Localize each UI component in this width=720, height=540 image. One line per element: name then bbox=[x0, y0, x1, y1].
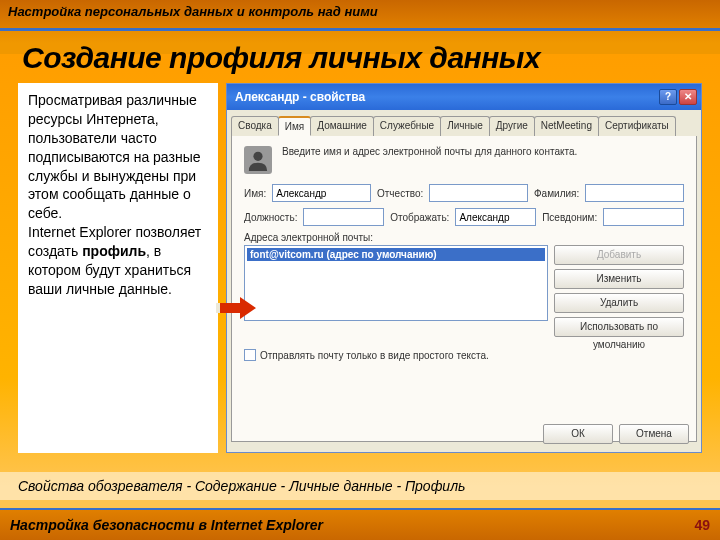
input-last[interactable] bbox=[585, 184, 684, 202]
edit-button[interactable]: Изменить bbox=[554, 269, 684, 289]
input-first[interactable] bbox=[272, 184, 371, 202]
default-button[interactable]: Использовать по умолчанию bbox=[554, 317, 684, 337]
email-list[interactable]: font@vitcom.ru (адрес по умолчанию) bbox=[244, 245, 548, 321]
tab-certs[interactable]: Сертификаты bbox=[598, 116, 676, 136]
paragraph-1: Просматривая различные ресурсы Интернета… bbox=[28, 92, 201, 221]
delete-button[interactable]: Удалить bbox=[554, 293, 684, 313]
input-job[interactable] bbox=[303, 208, 384, 226]
properties-dialog: Александр - свойства ? ✕ Сводка Имя Дома… bbox=[226, 83, 702, 453]
slide-topbar: Настройка персональных данных и контроль… bbox=[0, 0, 720, 28]
tab-panel: Введите имя и адрес электронной почты дл… bbox=[231, 136, 697, 442]
input-nick[interactable] bbox=[603, 208, 684, 226]
slide-title: Создание профиля личных данных bbox=[0, 31, 720, 83]
tab-home[interactable]: Домашние bbox=[310, 116, 374, 136]
tab-business[interactable]: Служебные bbox=[373, 116, 441, 136]
svg-rect-2 bbox=[228, 303, 232, 313]
dialog-title-text: Александр - свойства bbox=[235, 90, 657, 104]
tab-summary[interactable]: Сводка bbox=[231, 116, 279, 136]
label-last: Фамилия: bbox=[534, 188, 579, 199]
input-display[interactable] bbox=[455, 208, 536, 226]
plaintext-checkbox[interactable] bbox=[244, 349, 256, 361]
label-first: Имя: bbox=[244, 188, 266, 199]
tab-strip: Сводка Имя Домашние Служебные Личные Дру… bbox=[227, 110, 701, 136]
add-button[interactable]: Добавить bbox=[554, 245, 684, 265]
arrow-icon bbox=[216, 297, 256, 319]
page-number: 49 bbox=[694, 517, 710, 533]
ok-button[interactable]: ОК bbox=[543, 424, 613, 444]
tab-name[interactable]: Имя bbox=[278, 116, 311, 136]
svg-rect-1 bbox=[222, 303, 226, 313]
tab-other[interactable]: Другие bbox=[489, 116, 535, 136]
label-display: Отображать: bbox=[390, 212, 449, 223]
help-button[interactable]: ? bbox=[659, 89, 677, 105]
footer-text: Настройка безопасности в Internet Explor… bbox=[10, 517, 323, 533]
label-job: Должность: bbox=[244, 212, 297, 223]
breadcrumb-path: Свойства обозревателя - Содержание - Лич… bbox=[0, 472, 720, 500]
intro-text: Введите имя и адрес электронной почты дл… bbox=[282, 146, 684, 157]
input-middle[interactable] bbox=[429, 184, 528, 202]
cancel-button[interactable]: Отмена bbox=[619, 424, 689, 444]
tab-netmeeting[interactable]: NetMeeting bbox=[534, 116, 599, 136]
tab-personal[interactable]: Личные bbox=[440, 116, 490, 136]
contact-icon bbox=[244, 146, 272, 174]
close-button[interactable]: ✕ bbox=[679, 89, 697, 105]
label-nick: Псевдоним: bbox=[542, 212, 597, 223]
label-emails: Адреса электронной почты: bbox=[244, 232, 684, 243]
label-middle: Отчество: bbox=[377, 188, 423, 199]
plaintext-label: Отправлять почту только в виде простого … bbox=[260, 350, 489, 361]
body-text-box: Просматривая различные ресурсы Интернета… bbox=[18, 83, 218, 453]
email-item-selected[interactable]: font@vitcom.ru (адрес по умолчанию) bbox=[247, 248, 545, 261]
svg-rect-0 bbox=[216, 303, 220, 313]
paragraph-2b-bold: профиль bbox=[82, 243, 146, 259]
dialog-titlebar: Александр - свойства ? ✕ bbox=[227, 84, 701, 110]
svg-point-4 bbox=[253, 152, 262, 161]
